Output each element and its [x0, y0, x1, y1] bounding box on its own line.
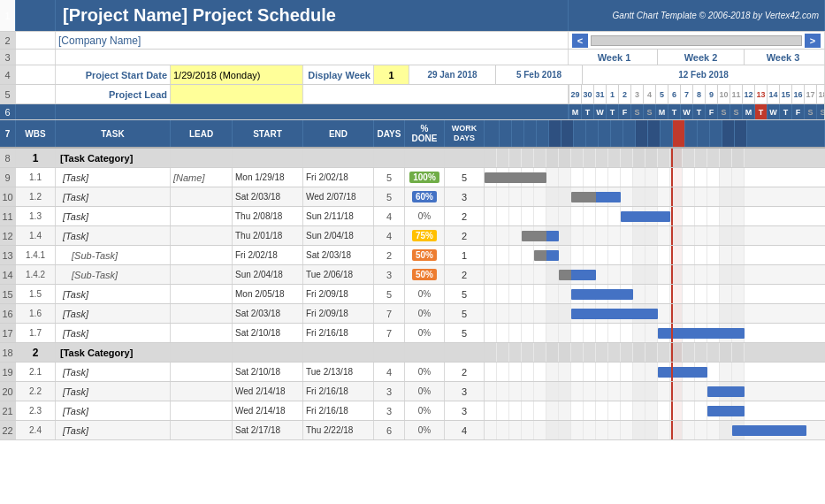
display-week-value[interactable]: 1	[374, 65, 409, 84]
task-22: [Task]	[56, 421, 171, 439]
start-19: Sat 2/10/18	[233, 363, 303, 381]
row-5: 5 Project Lead 2930311234567891011121314…	[0, 85, 825, 104]
lead-14	[171, 265, 233, 284]
gantt-10	[485, 187, 825, 206]
gantt-15	[485, 285, 825, 303]
task-18: [Task Category]	[56, 343, 171, 362]
end-18	[303, 343, 374, 362]
task-row-11: 111.3[Task]Thu 2/08/18Sun 2/11/1840%2	[0, 207, 825, 226]
wbs-8: 1	[16, 149, 56, 167]
task-row-20: 202.2[Task]Wed 2/14/18Fri 2/16/1830%3	[0, 382, 825, 401]
gantt-22	[485, 421, 825, 439]
end-13: Sat 2/03/18	[303, 246, 374, 264]
wbs-19: 2.1	[16, 363, 56, 381]
empty-b6	[16, 104, 56, 119]
gantt-17	[485, 324, 825, 342]
start-20: Wed 2/14/18	[233, 382, 303, 401]
task-row-10: 101.2[Task]Sat 2/03/18Wed 2/07/18560%3	[0, 187, 825, 207]
wbs-16: 1.6	[16, 304, 56, 323]
start-10: Sat 2/03/18	[233, 187, 303, 206]
done-21: 0%	[405, 401, 445, 420]
end-10: Wed 2/07/18	[303, 187, 374, 206]
done-11: 0%	[405, 207, 445, 225]
lead-20	[171, 382, 233, 401]
gantt-8	[485, 149, 825, 167]
task-9: [Task]	[56, 168, 171, 187]
task-15: [Task]	[56, 285, 171, 303]
end-19: Tue 2/13/18	[303, 363, 374, 381]
gantt-13	[485, 246, 825, 264]
end-21: Fri 2/16/18	[303, 401, 374, 420]
nav-right-button[interactable]: >	[805, 34, 821, 48]
start-8	[233, 149, 303, 167]
task-rows-container: 81[Task Category]91.1[Task][Name]Mon 1/2…	[0, 149, 825, 440]
wbs-15: 1.5	[16, 285, 56, 303]
end-20: Fri 2/16/18	[303, 382, 374, 401]
lead-12	[171, 226, 233, 245]
start-14: Sun 2/04/18	[233, 265, 303, 284]
done-20: 0%	[405, 382, 445, 401]
nav-scrollbar[interactable]	[591, 35, 802, 46]
start-date-value[interactable]: 1/29/2018 (Monday)	[171, 65, 303, 84]
start-18	[233, 343, 303, 362]
lead-8	[171, 149, 233, 167]
gantt-18	[485, 343, 825, 362]
task-20: [Task]	[56, 382, 171, 401]
col-end: END	[303, 120, 374, 147]
lead-15	[171, 285, 233, 303]
row-num-5: 5	[0, 85, 16, 103]
nav-left-button[interactable]: <	[572, 34, 588, 48]
gantt-header	[485, 120, 825, 147]
start-22: Sat 2/17/18	[233, 421, 303, 439]
done-19: 0%	[405, 363, 445, 381]
days-10: 5	[374, 187, 405, 206]
row-num-1: 1	[0, 0, 16, 31]
task-row-13: 131.4.1[Sub-Task]Fri 2/02/18Sat 2/03/182…	[0, 246, 825, 265]
row-num-10: 10	[0, 187, 16, 206]
days-21: 3	[374, 401, 405, 420]
task-row-18: 182[Task Category]	[0, 343, 825, 363]
col-workdays: WORK DAYS	[445, 120, 485, 147]
end-11: Sun 2/11/18	[303, 207, 374, 225]
wbs-13: 1.4.1	[16, 246, 56, 264]
row-num-2: 2	[0, 32, 16, 49]
wbs-21: 2.3	[16, 401, 56, 420]
start-15: Mon 2/05/18	[233, 285, 303, 303]
company-row: 2 [Company Name] < >	[0, 32, 825, 50]
day-letters-area: MTWTFSSMTWTFSSMTWTFSS	[569, 104, 825, 119]
days-22: 6	[374, 421, 405, 439]
task-10: [Task]	[56, 187, 171, 206]
empty-b5	[16, 85, 56, 103]
week3-date: 12 Feb 2018	[583, 65, 824, 84]
task-row-8: 81[Task Category]	[0, 149, 825, 168]
row-num-9: 9	[0, 168, 16, 187]
workdays-17: 5	[445, 324, 485, 342]
gantt-14	[485, 265, 825, 284]
gantt-11	[485, 207, 825, 225]
done-8	[405, 149, 445, 167]
days-18	[374, 343, 405, 362]
row-num-12: 12	[0, 226, 16, 245]
end-17: Fri 2/16/18	[303, 324, 374, 342]
done-10: 60%	[405, 187, 445, 206]
row-num-14: 14	[0, 265, 16, 284]
task-row-9: 91.1[Task][Name]Mon 1/29/18Fri 2/02/1851…	[0, 168, 825, 187]
done-16: 0%	[405, 304, 445, 323]
week2-date: 5 Feb 2018	[496, 65, 583, 84]
title-row: 1 [Project Name] Project Schedule Gantt …	[0, 0, 825, 32]
done-22: 0%	[405, 421, 445, 439]
workdays-14: 2	[445, 265, 485, 284]
row-num-17: 17	[0, 324, 16, 342]
wbs-17: 1.7	[16, 324, 56, 342]
lead-13	[171, 246, 233, 264]
end-14: Tue 2/06/18	[303, 265, 374, 284]
workdays-16: 5	[445, 304, 485, 323]
wbs-11: 1.3	[16, 207, 56, 225]
gantt-20	[485, 382, 825, 401]
wbs-14: 1.4.2	[16, 265, 56, 284]
days-14: 3	[374, 265, 405, 284]
display-week-label: Display Week	[303, 65, 374, 84]
task-21: [Task]	[56, 401, 171, 420]
lead-value[interactable]	[171, 85, 303, 103]
row-num-13: 13	[0, 246, 16, 264]
